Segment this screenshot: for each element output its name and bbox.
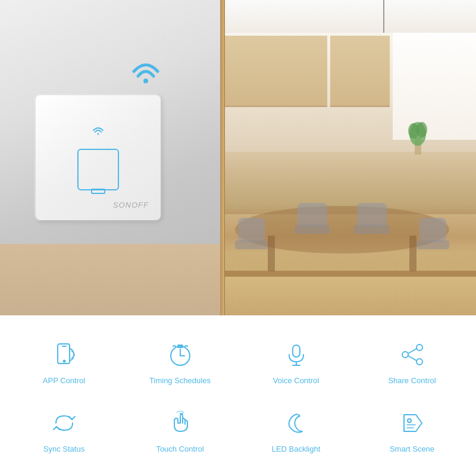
wifi-signal-icon (128, 54, 164, 93)
svg-rect-24 (293, 345, 300, 357)
svg-line-30 (408, 349, 416, 353)
dining-table-chairs (220, 158, 476, 280)
features-grid: APP Control Timing Schedules (0, 315, 476, 476)
svg-line-31 (408, 356, 416, 361)
svg-rect-8 (409, 236, 416, 271)
product-image-section: SONOFF (0, 0, 476, 315)
app-control-label: APP Control (43, 376, 85, 385)
svg-point-5 (416, 122, 427, 137)
svg-rect-14 (354, 225, 390, 234)
sync-status-icon (48, 407, 80, 440)
right-kitchen-panel (220, 0, 476, 315)
timing-schedules-label: Timing Schedules (149, 376, 211, 385)
svg-rect-16 (416, 240, 449, 249)
svg-rect-7 (268, 236, 275, 271)
app-control-icon (48, 339, 80, 371)
led-backlight-label: LED Backlight (272, 444, 321, 453)
svg-point-19 (63, 361, 65, 362)
svg-point-29 (416, 359, 422, 365)
feature-share-control: Share Control (354, 327, 470, 396)
share-control-label: Share Control (388, 376, 436, 385)
svg-rect-11 (238, 218, 265, 242)
switch-wifi-indicator (92, 125, 105, 138)
svg-point-1 (98, 133, 99, 135)
touch-control-label: Touch Control (156, 444, 203, 453)
voice-control-icon (280, 339, 312, 371)
feature-smart-scene: Smart Scene (354, 396, 470, 464)
touch-control-icon (164, 407, 196, 440)
brand-logo: SONOFF (113, 201, 149, 209)
switch-button[interactable] (77, 149, 119, 190)
sync-status-label: Sync Status (43, 444, 84, 453)
smart-scene-icon (396, 407, 428, 440)
svg-point-28 (402, 352, 408, 358)
feature-voice-control: Voice Control (238, 327, 354, 396)
led-backlight-icon (280, 407, 312, 440)
share-control-icon (396, 339, 428, 371)
svg-rect-12 (419, 218, 446, 242)
feature-touch-control: Touch Control (122, 396, 238, 464)
feature-timing-schedules: Timing Schedules (122, 327, 238, 396)
svg-rect-10 (357, 203, 387, 227)
svg-point-27 (416, 345, 422, 350)
timing-schedules-icon (164, 339, 196, 371)
plant-decoration (408, 101, 428, 157)
feature-led-backlight: LED Backlight (238, 396, 354, 464)
kitchen-background (220, 0, 476, 315)
smart-scene-label: Smart Scene (390, 444, 434, 453)
svg-point-0 (143, 79, 148, 83)
feature-sync-status: Sync Status (6, 396, 122, 464)
voice-control-label: Voice Control (273, 376, 319, 385)
left-wall-panel: SONOFF (0, 0, 220, 315)
svg-rect-15 (235, 240, 268, 249)
svg-point-32 (408, 419, 411, 422)
switch-device: SONOFF (36, 95, 161, 220)
feature-app-control: APP Control (6, 327, 122, 396)
svg-rect-13 (295, 225, 330, 234)
svg-rect-9 (298, 203, 327, 227)
